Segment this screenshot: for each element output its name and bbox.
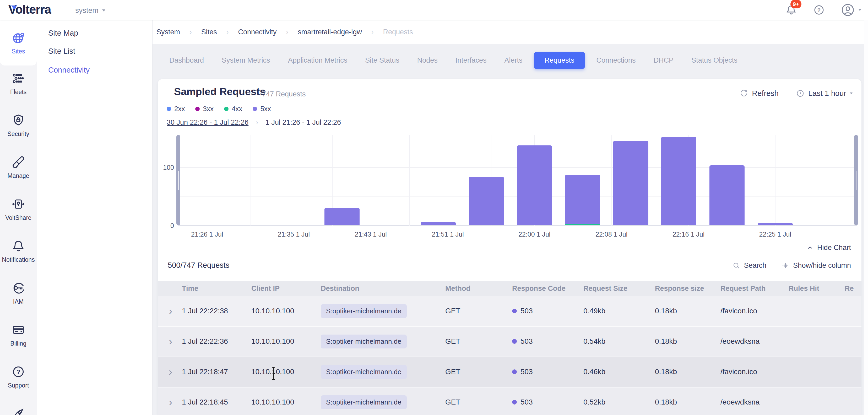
x-axis-tick: 21:35 1 Jul: [262, 230, 325, 238]
breadcrumb-item-sites[interactable]: Sites: [201, 28, 217, 36]
sidebar-item-voltshare[interactable]: VoltShare: [0, 191, 37, 233]
sidebar-item-security[interactable]: Security: [0, 107, 37, 149]
chevron-right-icon: ›: [189, 28, 192, 36]
hide-chart-label: Hide Chart: [817, 244, 851, 252]
destination-badge[interactable]: S:optiker-michelmann.de: [321, 334, 407, 348]
search-icon: [733, 262, 740, 269]
row-expander-chevron-icon[interactable]: ›: [167, 366, 182, 377]
cell-request-size: 0.52kb: [583, 398, 655, 406]
tab-dashboard[interactable]: Dashboard: [163, 53, 210, 68]
time-range-selector[interactable]: Last 1 hour: [796, 89, 852, 98]
sidebar-item-label: Billing: [10, 340, 26, 347]
tab-dhcp[interactable]: DHCP: [647, 53, 680, 68]
cell-response-size: 0.18kb: [655, 307, 720, 315]
breadcrumb-item-system[interactable]: System: [156, 28, 180, 36]
x-axis-tick: 21:51 1 Jul: [416, 230, 479, 238]
iam-key-icon: [11, 281, 25, 295]
chart-range-handle-right[interactable]: [854, 135, 858, 225]
tab-system-metrics[interactable]: System Metrics: [215, 53, 277, 68]
tab-requests[interactable]: Requests: [534, 52, 585, 69]
hide-chart-button[interactable]: Hide Chart: [807, 244, 851, 252]
x-axis-tick: 22:25 1 Jul: [744, 230, 807, 238]
tab-site-status[interactable]: Site Status: [359, 53, 406, 68]
legend-item-4xx[interactable]: 4xx: [224, 105, 242, 113]
legend-dot-5xx: [253, 107, 257, 111]
column-header-request-path[interactable]: Request Path: [720, 285, 788, 293]
cell-response-size: 0.18kb: [655, 337, 720, 346]
legend-item-5xx[interactable]: 5xx: [253, 105, 271, 113]
tab-interfaces[interactable]: Interfaces: [449, 53, 493, 68]
refresh-label: Refresh: [752, 89, 779, 98]
help-button[interactable]: ?: [813, 4, 825, 16]
cell-client-ip: 10.10.10.100: [251, 368, 321, 376]
response-status-dot: [512, 370, 517, 374]
sidebar-item-fleets[interactable]: Fleets: [0, 65, 37, 107]
show-hide-column-label: Show/hide column: [793, 261, 851, 269]
row-expander-chevron-icon[interactable]: ›: [167, 306, 182, 316]
sidebar-item-label: Fleets: [10, 89, 27, 96]
column-header-client-ip[interactable]: Client IP: [251, 285, 321, 293]
table-row[interactable]: ›1 Jul 22:18:4510.10.10.100S:optiker-mic…: [158, 387, 862, 415]
sidebar-item-notifications[interactable]: Notifications: [0, 233, 37, 275]
legend-item-3xx[interactable]: 3xx: [195, 105, 213, 113]
cell-destination: S:optiker-michelmann.de: [321, 365, 445, 379]
tab-nodes[interactable]: Nodes: [411, 53, 444, 68]
gridline-v: [650, 135, 650, 226]
column-header-re[interactable]: Re: [845, 285, 862, 293]
sidebar-item-support[interactable]: ?Support: [0, 359, 37, 401]
previous-range-link[interactable]: 30 Jun 22:26 - 1 Jul 22:26: [167, 119, 248, 127]
submenu-item-site-map[interactable]: Site Map: [48, 29, 78, 37]
tab-status-objects[interactable]: Status Objects: [685, 53, 744, 68]
table-row[interactable]: ›1 Jul 22:22:3810.10.10.100S:optiker-mic…: [158, 296, 862, 326]
volterra-logo[interactable]: Volterra: [8, 2, 51, 17]
x-axis-tick: 22:00 1 Jul: [503, 230, 566, 238]
tab-connections[interactable]: Connections: [590, 53, 642, 68]
sidebar-item-billing[interactable]: Billing: [0, 317, 37, 359]
row-expander-chevron-icon[interactable]: ›: [167, 397, 182, 407]
sidebar-item-rocket-icon[interactable]: [0, 401, 37, 415]
column-header-method[interactable]: Method: [445, 285, 512, 293]
column-header-time[interactable]: Time: [182, 285, 251, 293]
cell-method: GET: [445, 398, 512, 406]
sidebar-item-label: IAM: [13, 298, 24, 305]
cell-request-path: /eoewdksna: [720, 398, 788, 406]
table-row[interactable]: ›1 Jul 22:22:3610.10.10.100S:optiker-mic…: [158, 326, 862, 357]
notifications-bell-button[interactable]: 9+: [785, 4, 797, 16]
legend-label: 5xx: [260, 105, 271, 113]
response-code-value: 503: [521, 337, 533, 346]
refresh-button[interactable]: Refresh: [740, 89, 779, 98]
user-menu[interactable]: [841, 3, 861, 17]
chart-range-handle-left[interactable]: [176, 135, 180, 225]
sidebar-item-iam[interactable]: IAM: [0, 275, 37, 317]
destination-badge[interactable]: S:optiker-michelmann.de: [321, 395, 407, 409]
time-range-breadcrumb: 30 Jun 22:26 - 1 Jul 22:26 › 1 Jul 21:26…: [167, 119, 341, 127]
show-hide-column-button[interactable]: Show/hide column: [781, 261, 851, 269]
column-header-destination[interactable]: Destination: [321, 285, 445, 293]
table-row[interactable]: ›1 Jul 22:18:4710.10.10.100S:optiker-mic…: [158, 357, 862, 387]
legend-item-2xx[interactable]: 2xx: [167, 105, 185, 113]
sidebar-item-manage[interactable]: Manage: [0, 149, 37, 191]
notification-count-badge: 9+: [790, 0, 801, 8]
tab-alerts[interactable]: Alerts: [498, 53, 529, 68]
column-header-response-size[interactable]: Response size: [655, 285, 720, 293]
cell-destination: S:optiker-michelmann.de: [321, 395, 445, 409]
destination-badge[interactable]: S:optiker-michelmann.de: [321, 304, 407, 318]
submenu-item-connectivity[interactable]: Connectivity: [48, 66, 90, 74]
page-scrollbar[interactable]: [864, 20, 868, 415]
tab-application-metrics[interactable]: Application Metrics: [282, 53, 354, 68]
destination-badge[interactable]: S:optiker-michelmann.de: [321, 365, 407, 379]
cell-time: 1 Jul 22:22:38: [182, 307, 251, 315]
logo-triangle-icon: [11, 5, 17, 10]
row-expander-chevron-icon[interactable]: ›: [167, 336, 182, 347]
workspace-selector[interactable]: system: [75, 6, 105, 15]
search-button[interactable]: Search: [733, 261, 767, 269]
column-header-rules-hit[interactable]: Rules Hit: [788, 285, 845, 293]
rocket-icon: [11, 407, 25, 415]
breadcrumb-item-smartretail-edge-igw[interactable]: smartretail-edge-igw: [298, 28, 362, 36]
submenu-item-site-list[interactable]: Site List: [48, 47, 75, 56]
breadcrumb-item-connectivity[interactable]: Connectivity: [238, 28, 277, 36]
column-header-request-size[interactable]: Request Size: [583, 285, 655, 293]
sidebar-item-label: Notifications: [2, 256, 35, 263]
column-header-response-code[interactable]: Response Code: [512, 285, 583, 293]
sidebar-item-sites[interactable]: Sites: [0, 20, 37, 65]
